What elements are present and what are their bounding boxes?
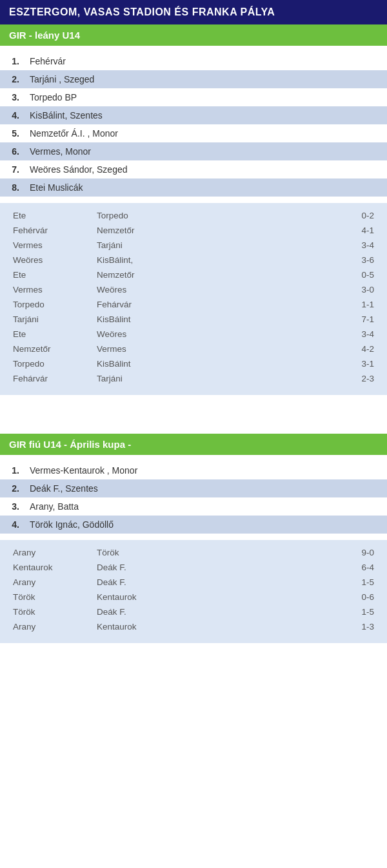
rank: 7. (0, 160, 23, 178)
home-team: Vermes (9, 282, 93, 297)
score: 4-1 (222, 223, 378, 238)
away-team: Kentaurok (93, 590, 222, 604)
table-row: TorpedoFehárvár1-1 (9, 297, 378, 312)
away-team: Nemzetőr (93, 223, 222, 238)
score: 0-6 (222, 590, 378, 604)
away-team: Tarjáni (93, 371, 222, 386)
table-row: AranyKentaurok1-3 (9, 619, 378, 634)
section2-results-area: AranyTörök9-0KentaurokDeák F.6-4AranyDeá… (0, 540, 387, 643)
score: 6-4 (222, 560, 378, 575)
away-team: Nemzetőr (93, 267, 222, 282)
table-row: EteWeöres3-4 (9, 327, 378, 342)
rank: 3. (0, 497, 23, 516)
rank: 2. (0, 479, 23, 497)
away-team: Fehárvár (93, 297, 222, 312)
table-row: WeöresKisBálint,3-6 (9, 253, 378, 267)
away-team: KisBálint (93, 312, 222, 327)
home-team: Fehérvár (9, 223, 93, 238)
home-team: Arany (9, 619, 93, 634)
rank: 4. (0, 516, 23, 534)
score: 3-0 (222, 282, 378, 297)
home-team: Török (9, 604, 93, 619)
table-row: FehárvárTarjáni2-3 (9, 371, 378, 386)
team-name: KisBálint, Szentes (23, 106, 387, 124)
home-team: Fehárvár (9, 371, 93, 386)
home-team: Vermes (9, 238, 93, 253)
table-row: NemzetőrVermes4-2 (9, 342, 378, 356)
team-name: Weöres Sándor, Szeged (23, 160, 387, 178)
team-name: Tarjáni , Szeged (23, 70, 387, 88)
list-item: 6.Vermes, Monor (0, 142, 387, 160)
list-item: 1.Vermes-Kentaurok , Monor (0, 461, 387, 479)
score: 1-5 (222, 575, 378, 590)
team-name: Fehérvár (23, 52, 387, 70)
page-header: ESZTERGOM, VASAS STADION ÉS FRANKA PÁLYA (0, 0, 387, 24)
score: 0-2 (222, 208, 378, 223)
table-row: VermesTarjáni3-4 (9, 238, 378, 253)
home-team: Arany (9, 545, 93, 560)
table-row: TörökDeák F.1-5 (9, 604, 378, 619)
team-name: Török Ignác, Gödöllő (23, 516, 387, 534)
table-row: KentaurokDeák F.6-4 (9, 560, 378, 575)
score: 3-4 (222, 238, 378, 253)
home-team: Kentaurok (9, 560, 93, 575)
rank: 1. (0, 52, 23, 70)
team-name: Torpedo BP (23, 88, 387, 106)
rank: 8. (0, 178, 23, 197)
list-item: 7.Weöres Sándor, Szeged (0, 160, 387, 178)
section2-standings: 1.Vermes-Kentaurok , Monor2.Deák F., Sze… (0, 461, 387, 534)
home-team: Tarjáni (9, 312, 93, 327)
team-name: Nemzetőr Á.I. , Monor (23, 124, 387, 142)
score: 1-3 (222, 619, 378, 634)
score: 3-4 (222, 327, 378, 342)
section1-results-area: EteTorpedo0-2FehérvárNemzetőr4-1VermesTa… (0, 203, 387, 395)
rank: 6. (0, 142, 23, 160)
page-title: ESZTERGOM, VASAS STADION ÉS FRANKA PÁLYA (9, 6, 275, 17)
away-team: KisBálint, (93, 253, 222, 267)
score: 3-1 (222, 356, 378, 371)
table-row: VermesWeöres3-0 (9, 282, 378, 297)
team-name: Vermes-Kentaurok , Monor (23, 461, 387, 479)
rank: 3. (0, 88, 23, 106)
table-row: EteNemzetőr0-5 (9, 267, 378, 282)
home-team: Ete (9, 267, 93, 282)
section2-results-table: AranyTörök9-0KentaurokDeák F.6-4AranyDeá… (9, 545, 378, 634)
score: 1-5 (222, 604, 378, 619)
away-team: KisBálint (93, 356, 222, 371)
away-team: Weöres (93, 282, 222, 297)
away-team: Torpedo (93, 208, 222, 223)
team-name: Arany, Batta (23, 497, 387, 516)
score: 4-2 (222, 342, 378, 356)
away-team: Weöres (93, 327, 222, 342)
score: 1-1 (222, 297, 378, 312)
section-boys-u14: GIR fiú U14 - Április kupa - 1.Vermes-Ke… (0, 434, 387, 643)
rank: 1. (0, 461, 23, 479)
home-team: Arany (9, 575, 93, 590)
score: 2-3 (222, 371, 378, 386)
away-team: Tarjáni (93, 238, 222, 253)
table-row: EteTorpedo0-2 (9, 208, 378, 223)
list-item: 4.Török Ignác, Gödöllő (0, 516, 387, 534)
team-name: Etei Muslicák (23, 178, 387, 197)
home-team: Weöres (9, 253, 93, 267)
score: 0-5 (222, 267, 378, 282)
section1-standings: 1.Fehérvár2.Tarjáni , Szeged3.Torpedo BP… (0, 52, 387, 197)
away-team: Deák F. (93, 604, 222, 619)
score: 9-0 (222, 545, 378, 560)
score: 3-6 (222, 253, 378, 267)
section1-header: GIR - leány U14 (0, 24, 387, 46)
home-team: Ete (9, 327, 93, 342)
section1-results-table: EteTorpedo0-2FehérvárNemzetőr4-1VermesTa… (9, 208, 378, 386)
list-item: 8.Etei Muslicák (0, 178, 387, 197)
home-team: Nemzetőr (9, 342, 93, 356)
away-team: Török (93, 545, 222, 560)
list-item: 1.Fehérvár (0, 52, 387, 70)
section2-header: GIR fiú U14 - Április kupa - (0, 434, 387, 455)
home-team: Ete (9, 208, 93, 223)
table-row: FehérvárNemzetőr4-1 (9, 223, 378, 238)
home-team: Torpedo (9, 297, 93, 312)
list-item: 3.Arany, Batta (0, 497, 387, 516)
table-row: AranyDeák F.1-5 (9, 575, 378, 590)
table-row: TörökKentaurok0-6 (9, 590, 378, 604)
table-row: TarjániKisBálint7-1 (9, 312, 378, 327)
